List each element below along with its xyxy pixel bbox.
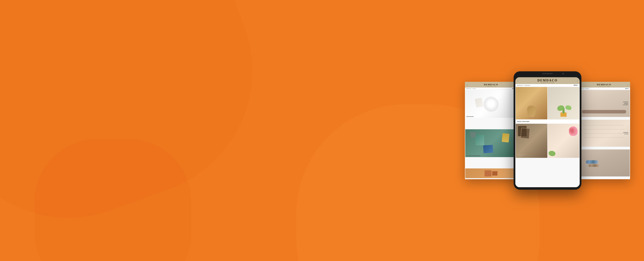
apparel-demdaco-header: ❧ DEMDACO CELEBRATING 25 YEARS ❧ xyxy=(578,82,630,88)
kitchen-screen-panel: ❧ DEMDACO CELEBRATING 25 YEARS ❧ DEMDACO… xyxy=(465,82,517,179)
jewelry-item[interactable] xyxy=(578,149,630,176)
kitchen-accessories-image xyxy=(465,129,517,157)
kitchen-accessories-label: KITCHEN ACCESSORIES xyxy=(466,155,480,156)
kitchen-accessories-item[interactable]: KITCHEN ACCESSORIES xyxy=(465,129,517,157)
frames-photo[interactable]: THERE'S ALWAYSSOMETHINGMAGICAL... xyxy=(516,124,547,158)
apparel-screen-content: SCARVES,WRAPS,& SHAWLS xyxy=(578,90,630,179)
plant-photo xyxy=(548,87,579,119)
apparel-leaf-right-icon: ❧ xyxy=(627,84,628,86)
kitchen-breadcrumb: DEMDACO > Kitchen xyxy=(466,88,476,89)
apparel-tagline: CELEBRATING 25 YEARS xyxy=(597,86,611,87)
kitchen-screen-content: SERVEWARE KITCHEN ACCESSORIES xyxy=(465,90,517,179)
main-top-section[interactable] xyxy=(515,87,580,120)
comfort-cozy-image xyxy=(578,120,630,147)
phone-speaker xyxy=(542,73,553,74)
kitchen-bottom-image xyxy=(465,168,517,178)
apparel-screen-panel: ❧ DEMDACO CELEBRATING 25 YEARS ❧ DEMDACO… xyxy=(578,82,630,179)
leaf-left-icon: ❧ xyxy=(467,84,468,86)
main-nav: DEMDACO > Collections MENU ▾ xyxy=(515,84,580,87)
main-breadcrumb: DEMDACO > Collections xyxy=(517,85,530,86)
kitchen-tagline: CELEBRATING 25 YEARS xyxy=(484,86,498,87)
phones-container: ❧ DEMDACO CELEBRATING 25 YEARS ❧ DEMDACO… xyxy=(451,61,644,200)
kitchen-nav: DEMDACO > Kitchen MENU ▾ xyxy=(465,88,517,90)
apparel-menu-btn[interactable]: MENU ▾ xyxy=(625,88,629,89)
main-logo: DEMDACO xyxy=(538,79,558,82)
floral-photo[interactable] xyxy=(548,124,579,158)
main-content: ❧ DEMDACO CELEBRATING 25 YEARS ❧ DEMDACO… xyxy=(0,0,644,261)
main-screen-content: DEAN CROUSER THERE'S ALWAYSSOMETHINGMAGI… xyxy=(515,87,580,187)
comfort-cozy-label: COMFORT& COZY xyxy=(623,132,628,135)
serveware-item[interactable]: SERVEWARE xyxy=(465,90,517,118)
serveware-label: SERVEWARE xyxy=(466,116,474,117)
main-tagline: CELEBRATING 25 YEARS xyxy=(538,82,558,83)
main-bottom-photos: THERE'S ALWAYSSOMETHINGMAGICAL... xyxy=(515,123,580,158)
main-demdaco-header: ❧ DEMDACO CELEBRATING 25 YEARS ❧ xyxy=(515,77,580,84)
serveware-image xyxy=(465,90,517,118)
phone-camera xyxy=(562,73,564,75)
comfort-cozy-item[interactable]: COMFORT& COZY xyxy=(578,120,630,147)
kitchen-demdaco-header: ❧ DEMDACO CELEBRATING 25 YEARS ❧ xyxy=(465,82,517,88)
kitchen-bottom-item[interactable] xyxy=(465,168,517,178)
scarves-label: SCARVES,WRAPS,& SHAWLS xyxy=(623,101,628,106)
left-section xyxy=(0,0,451,261)
main-menu-btn[interactable]: MENU ▾ xyxy=(574,85,578,86)
jewelry-image xyxy=(578,149,630,176)
scarves-item[interactable]: SCARVES,WRAPS,& SHAWLS xyxy=(578,90,630,117)
dean-crouser-section[interactable]: DEAN CROUSER xyxy=(515,120,580,123)
main-phone-screen: ❧ DEMDACO CELEBRATING 25 YEARS ❧ DEMDACO… xyxy=(515,77,580,187)
dean-crouser-label: DEAN CROUSER xyxy=(517,121,578,122)
main-phone: ❧ DEMDACO CELEBRATING 25 YEARS ❧ DEMDACO… xyxy=(514,71,582,190)
vase-photo xyxy=(516,87,547,119)
scarves-image xyxy=(578,90,630,117)
apparel-logo: DEMDACO xyxy=(597,83,611,86)
kitchen-logo: DEMDACO xyxy=(484,83,498,86)
main-leaf-left-icon: ❧ xyxy=(517,80,518,82)
apparel-nav: DEMDACO > Apparel MENU ▾ xyxy=(578,88,630,90)
main-leaf-right-icon: ❧ xyxy=(576,80,578,82)
